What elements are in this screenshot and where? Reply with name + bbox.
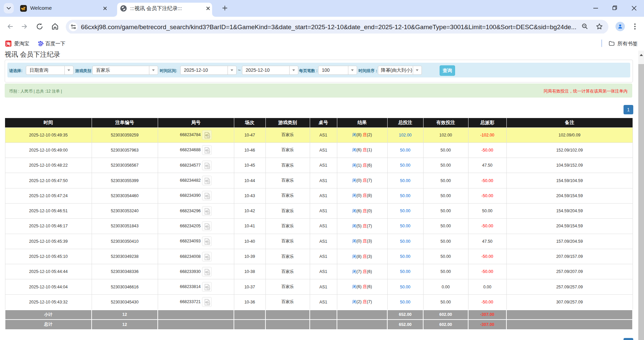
- svg-text:du: du: [39, 44, 42, 46]
- svg-text:淘: 淘: [6, 41, 11, 46]
